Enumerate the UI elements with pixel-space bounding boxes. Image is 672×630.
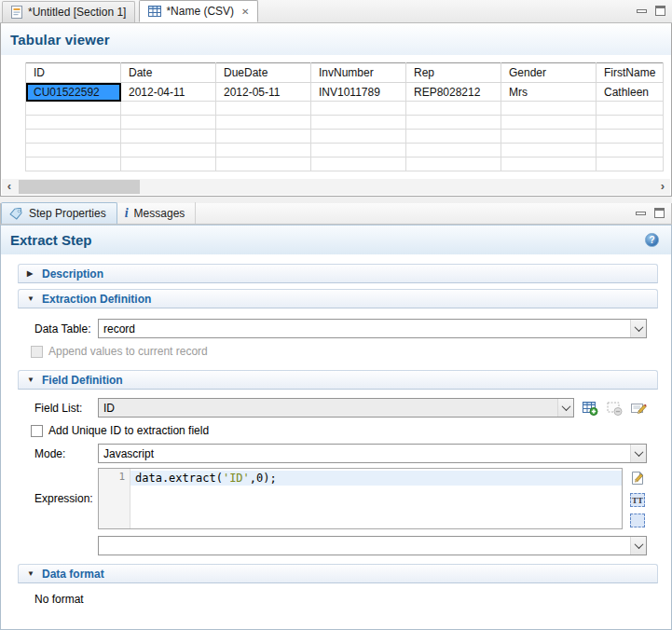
section-extraction-definition[interactable]: ▼ Extraction Definition xyxy=(18,289,658,308)
section-data-format[interactable]: ▼ Data format xyxy=(18,564,658,583)
horizontal-scrollbar[interactable]: ‹ › xyxy=(2,179,670,195)
section-description[interactable]: ▶ Description xyxy=(18,264,658,283)
field-list-dropdown[interactable]: ID xyxy=(98,398,574,418)
document-icon xyxy=(11,6,23,19)
expression-toolbar: TT xyxy=(628,470,647,527)
use-selection-icon[interactable] xyxy=(630,514,645,527)
table-cell[interactable] xyxy=(26,116,121,130)
table-cell[interactable] xyxy=(597,116,664,130)
table-cell[interactable]: Mrs xyxy=(501,83,597,102)
help-icon[interactable]: ? xyxy=(645,233,659,247)
table-cell[interactable] xyxy=(501,158,597,171)
maximize-icon[interactable] xyxy=(655,6,665,16)
selected-cell[interactable]: CU01522592 xyxy=(26,83,121,102)
table-cell[interactable] xyxy=(216,144,311,158)
table-cell[interactable]: INV1011789 xyxy=(311,83,406,102)
table-cell[interactable] xyxy=(597,158,664,171)
use-selected-text-icon[interactable]: TT xyxy=(630,493,645,507)
add-unique-id-label: Add Unique ID to extraction field xyxy=(48,424,209,437)
tab-messages[interactable]: i Messages xyxy=(117,202,197,224)
table-header-row: IDDateDueDateInvNumberRepGenderFirstName xyxy=(26,63,664,83)
table-cell[interactable] xyxy=(311,144,406,158)
mode-dropdown[interactable]: Javascript xyxy=(98,444,647,463)
remove-field-icon[interactable] xyxy=(606,400,623,417)
table-cell[interactable] xyxy=(26,102,121,116)
table-cell[interactable] xyxy=(406,144,501,158)
table-cell[interactable] xyxy=(216,130,311,144)
tab-untitled-section[interactable]: *Untitled [Section 1] xyxy=(2,1,135,22)
tab-step-properties[interactable]: Step Properties xyxy=(1,202,117,224)
edit-field-icon[interactable] xyxy=(630,400,647,417)
table-cell[interactable] xyxy=(311,116,406,130)
scrollbar-thumb[interactable] xyxy=(19,180,140,194)
column-header-duedate[interactable]: DueDate xyxy=(216,63,311,83)
table-cell[interactable] xyxy=(216,102,311,116)
table-cell[interactable]: 2012-04-11 xyxy=(121,83,216,102)
tab-label: Messages xyxy=(134,207,185,220)
column-header-gender[interactable]: Gender xyxy=(501,63,597,83)
field-list-value: ID xyxy=(99,399,557,417)
minimize-icon[interactable] xyxy=(637,9,647,13)
table-cell[interactable] xyxy=(216,158,311,171)
data-preview-table: IDDateDueDateInvNumberRepGenderFirstName… xyxy=(25,62,664,171)
section-field-definition[interactable]: ▼ Field Definition xyxy=(18,370,658,390)
table-cell[interactable] xyxy=(311,102,406,116)
table-cell[interactable] xyxy=(501,116,597,130)
table-cell[interactable] xyxy=(311,158,406,171)
code-area[interactable]: data.extract('ID',0); xyxy=(130,469,622,528)
column-header-id[interactable]: ID xyxy=(26,63,121,83)
datamapper-window: *Untitled [Section 1] *Name (CSV) ✕ Tabu… xyxy=(0,0,672,630)
table-cell[interactable] xyxy=(406,130,501,144)
table-cell[interactable] xyxy=(406,116,501,130)
field-list-label: Field List: xyxy=(34,402,98,415)
chevron-down-icon: ▼ xyxy=(27,294,34,303)
maximize-icon[interactable] xyxy=(654,208,665,218)
section-label: Field Definition xyxy=(42,374,123,387)
append-values-checkbox[interactable] xyxy=(31,346,43,358)
table-cell[interactable] xyxy=(597,130,664,144)
table-cell[interactable]: Cathleen xyxy=(597,83,664,102)
table-cell[interactable] xyxy=(26,144,121,158)
data-table-dropdown[interactable]: record xyxy=(98,319,647,338)
scroll-left-icon[interactable]: ‹ xyxy=(2,179,17,195)
expression-editor[interactable]: 1 data.extract('ID',0); xyxy=(98,468,623,529)
table-cell[interactable] xyxy=(597,144,664,158)
table-body: CU015225922012-04-112012-05-11INV1011789… xyxy=(26,83,664,171)
table-cell[interactable]: 2012-05-11 xyxy=(216,83,311,102)
edit-expression-icon[interactable] xyxy=(629,470,646,486)
add-field-icon[interactable] xyxy=(582,400,598,417)
table-cell[interactable] xyxy=(26,158,121,171)
table-cell[interactable] xyxy=(121,130,216,144)
type-dropdown[interactable] xyxy=(98,536,647,555)
column-header-date[interactable]: Date xyxy=(121,63,216,83)
table-cell[interactable] xyxy=(121,144,216,158)
add-unique-id-checkbox[interactable] xyxy=(31,425,43,437)
column-header-rep[interactable]: Rep xyxy=(406,63,501,83)
close-icon[interactable]: ✕ xyxy=(241,7,249,17)
table-cell[interactable] xyxy=(216,116,311,130)
tab-name-csv[interactable]: *Name (CSV) ✕ xyxy=(139,0,258,22)
chevron-down-icon xyxy=(630,445,646,462)
table-empty-row xyxy=(26,144,664,158)
scroll-right-icon[interactable]: › xyxy=(655,179,670,195)
table-cell[interactable] xyxy=(501,144,597,158)
table-cell[interactable] xyxy=(26,130,121,144)
line-number-gutter: 1 xyxy=(99,469,130,528)
table-cell[interactable] xyxy=(121,158,216,171)
chevron-down-icon xyxy=(630,537,646,555)
table-cell[interactable] xyxy=(597,102,664,116)
table-cell[interactable] xyxy=(406,102,501,116)
table-cell[interactable]: REP8028212 xyxy=(406,83,501,102)
table-cell[interactable] xyxy=(311,130,406,144)
table-cell[interactable] xyxy=(121,116,216,130)
table-icon xyxy=(148,6,161,17)
code-line: data.extract('ID',0); xyxy=(130,471,622,486)
column-header-invnumber[interactable]: InvNumber xyxy=(311,63,406,83)
minimize-icon[interactable] xyxy=(636,212,646,215)
table-cell[interactable] xyxy=(501,102,597,116)
table-cell[interactable] xyxy=(121,102,216,116)
table-cell[interactable] xyxy=(501,130,597,144)
table-cell[interactable] xyxy=(406,158,501,171)
chevron-down-icon: ▼ xyxy=(27,376,34,384)
column-header-firstname[interactable]: FirstName xyxy=(597,63,664,83)
